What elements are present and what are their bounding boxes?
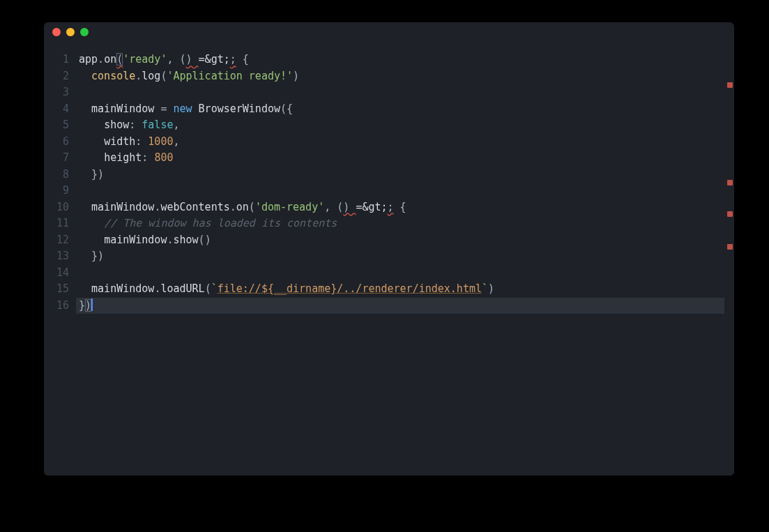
minimize-icon[interactable] <box>66 28 75 36</box>
close-icon[interactable] <box>52 28 61 36</box>
error-marker[interactable] <box>727 211 733 217</box>
line-number: 10 <box>44 199 69 216</box>
titlebar[interactable] <box>44 22 734 42</box>
code-token: ( <box>280 102 287 115</box>
line-number-gutter: 1 2 3 4 5 6 7 8 9 10 11 12 13 14 15 16 <box>44 42 76 476</box>
code-line[interactable]: mainWindow.show() <box>79 232 734 249</box>
code-token: ( <box>205 282 211 295</box>
code-token: 800 <box>154 151 173 164</box>
code-line[interactable]: console.log('Application ready!') <box>79 68 734 85</box>
error-marker[interactable] <box>727 180 733 185</box>
code-token: __dirname <box>274 282 330 295</box>
code-token: { <box>287 102 293 115</box>
code-line[interactable]: width: 1000, <box>79 134 734 151</box>
code-token: 'ready' <box>123 53 167 66</box>
error-marker[interactable] <box>727 82 733 88</box>
indent <box>79 168 91 181</box>
code-token: { <box>394 201 406 213</box>
indent <box>79 250 91 262</box>
indent <box>79 70 91 82</box>
code-token: ) <box>293 70 299 82</box>
code-token: ) <box>205 234 211 246</box>
code-token: 'dom-ready' <box>255 201 324 213</box>
code-token: } <box>91 168 98 181</box>
code-area[interactable]: app.on('ready', () =&gt;; { console.log(… <box>76 42 734 476</box>
code-token: mainWindow <box>91 102 154 115</box>
code-token: { <box>236 53 249 66</box>
code-token: mainWindow <box>104 234 167 246</box>
editor-window: 1 2 3 4 5 6 7 8 9 10 11 12 13 14 15 16 a… <box>44 22 734 476</box>
indent <box>79 102 91 115</box>
code-line[interactable]: show: false, <box>79 117 734 134</box>
code-line[interactable]: // The window has loaded its contents <box>79 215 734 232</box>
code-token: . <box>135 70 142 82</box>
code-token: 1000 <box>148 135 173 148</box>
code-token: ( <box>249 201 255 213</box>
code-token <box>192 102 199 115</box>
line-number: 8 <box>44 167 69 183</box>
code-token: ) <box>186 53 199 66</box>
code-token: } <box>79 299 85 312</box>
indent <box>79 119 104 131</box>
line-number: 14 <box>44 265 69 282</box>
code-token: /../renderer/index.html <box>337 282 482 295</box>
code-token: } <box>91 250 98 262</box>
line-number: 2 <box>44 68 69 85</box>
code-token: ; <box>388 201 394 213</box>
code-token: : <box>142 151 154 164</box>
code-line[interactable]: }) <box>79 248 734 265</box>
code-token: app <box>79 53 98 66</box>
error-marker[interactable] <box>727 244 733 250</box>
code-line[interactable]: mainWindow = new BrowserWindow({ <box>79 101 734 118</box>
code-token: ) <box>98 250 104 262</box>
code-token: mainWindow <box>91 282 154 295</box>
code-token: mainWindow <box>91 201 154 213</box>
code-token: show <box>173 234 198 246</box>
code-token: ) <box>488 282 494 295</box>
indent <box>79 217 104 229</box>
code-line[interactable]: }) <box>79 298 734 314</box>
code-token: // The window has loaded its contents <box>104 217 337 229</box>
code-token: ( <box>199 234 205 246</box>
code-token: BrowserWindow <box>199 102 280 115</box>
overview-ruler[interactable] <box>724 42 734 476</box>
code-token: ) <box>85 299 91 312</box>
code-line[interactable]: app.on('ready', () =&gt;; { <box>79 52 734 68</box>
code-token: ( <box>116 53 123 66</box>
code-token: 'Application ready!' <box>167 70 293 82</box>
code-token: =&gt; <box>356 201 387 213</box>
line-number: 1 <box>44 52 69 68</box>
code-token: ` <box>211 282 218 295</box>
indent <box>79 201 91 213</box>
indent <box>79 282 91 295</box>
code-token: ( <box>180 53 186 66</box>
code-line[interactable]: mainWindow.webContents.on('dom-ready', (… <box>79 199 734 216</box>
code-token: on <box>104 53 116 66</box>
code-editor[interactable]: 1 2 3 4 5 6 7 8 9 10 11 12 13 14 15 16 a… <box>44 42 734 476</box>
code-token: ` <box>482 282 488 295</box>
code-token: height <box>104 151 142 164</box>
cursor-icon <box>91 298 93 311</box>
zoom-icon[interactable] <box>80 28 89 36</box>
line-number: 9 <box>44 183 69 199</box>
code-line[interactable]: mainWindow.loadURL(`file://${__dirname}/… <box>79 281 734 298</box>
line-number: 13 <box>44 248 69 265</box>
code-token: } <box>330 282 337 295</box>
code-line[interactable] <box>79 183 734 199</box>
indent <box>79 135 104 148</box>
line-number: 6 <box>44 134 69 151</box>
code-token: console <box>91 70 135 82</box>
code-token: ) <box>343 201 356 213</box>
code-token: ) <box>98 168 104 181</box>
code-token: ; <box>230 53 236 66</box>
code-token: ( <box>337 201 343 213</box>
code-line[interactable]: }) <box>79 167 734 183</box>
code-token: width <box>104 135 135 148</box>
code-token: , <box>324 201 337 213</box>
code-line[interactable]: height: 800 <box>79 150 734 167</box>
code-token: = <box>154 102 173 115</box>
code-token: on <box>236 201 249 213</box>
code-line[interactable] <box>79 84 734 101</box>
line-number: 16 <box>44 298 69 314</box>
code-line[interactable] <box>79 265 734 282</box>
